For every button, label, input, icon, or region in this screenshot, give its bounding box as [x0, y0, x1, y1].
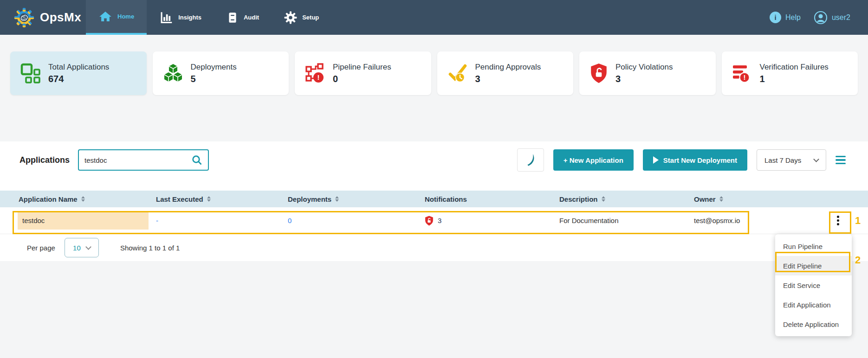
deployments-link[interactable]: 0 — [288, 217, 291, 224]
topbar-right: i Help user2 — [770, 0, 868, 35]
top-navigation-bar: OpsMx Home Insights — [0, 0, 868, 35]
per-page-value: 10 — [73, 244, 81, 252]
nav-tab-label: Setup — [302, 14, 319, 21]
sort-icon — [719, 196, 723, 202]
cell-actions — [787, 213, 868, 228]
menu-item-edit-service[interactable]: Edit Service — [775, 275, 852, 295]
brand-name: OpsMx — [40, 10, 81, 25]
card-label: Total Applications — [48, 63, 109, 72]
column-header-description[interactable]: Description — [543, 195, 678, 203]
opsmx-logo-icon — [14, 7, 34, 28]
toolbar-actions: + New Application Start New Deployment L… — [517, 148, 851, 172]
chevron-down-icon — [85, 244, 91, 250]
card-pipeline-failures[interactable]: ! Pipeline Failures 0 — [295, 51, 431, 95]
info-icon: i — [770, 12, 781, 23]
per-page-label: Per page — [27, 244, 55, 252]
help-label: Help — [785, 13, 801, 22]
row-actions-kebab-icon[interactable] — [833, 213, 843, 228]
cell-application-name: testdoc — [0, 211, 153, 230]
card-value: 3 — [615, 74, 673, 84]
card-label: Deployments — [191, 63, 237, 72]
sort-icon — [335, 196, 339, 202]
play-icon — [653, 156, 659, 164]
svg-text:!: ! — [317, 73, 320, 81]
menu-item-delete-application[interactable]: Delete Application — [775, 314, 852, 334]
start-deployment-label: Start New Deployment — [663, 156, 737, 164]
column-header-deployments[interactable]: Deployments — [272, 195, 408, 203]
card-label: Pipeline Failures — [333, 63, 391, 72]
menu-item-edit-application[interactable]: Edit Application — [775, 295, 852, 314]
sort-icon — [207, 196, 211, 202]
help-button[interactable]: i Help — [770, 12, 801, 23]
chevron-down-icon — [813, 156, 819, 162]
card-value: 674 — [48, 74, 109, 84]
menu-item-edit-pipeline[interactable]: Edit Pipeline — [775, 256, 852, 275]
nav-tab-insights[interactable]: Insights — [147, 0, 214, 35]
search-input[interactable] — [84, 156, 191, 164]
date-range-value: Last 7 Days — [764, 156, 801, 164]
search-icon[interactable] — [191, 154, 202, 166]
main-nav: Home Insights Audit — [86, 0, 331, 35]
column-header-last-executed[interactable]: Last Executed — [153, 195, 272, 203]
card-pending-approvals[interactable]: Pending Approvals 3 — [437, 51, 574, 95]
nav-tab-home[interactable]: Home — [86, 0, 147, 35]
date-range-select[interactable]: Last 7 Days — [757, 149, 826, 171]
card-value: 5 — [191, 74, 237, 84]
card-label: Verification Failures — [760, 63, 829, 72]
sort-icon — [602, 196, 605, 202]
cubes-icon — [163, 63, 183, 83]
row-context-menu: Run Pipeline Edit Pipeline Edit Service … — [775, 234, 852, 336]
pipeline-error-icon: ! — [305, 63, 325, 83]
card-value: 0 — [333, 74, 391, 84]
applications-table: Application Name Last Executed Deploymen… — [0, 191, 868, 234]
cell-deployments: 0 — [272, 217, 408, 224]
nav-tab-label: Audit — [244, 14, 259, 21]
applications-toolbar: Applications + New Application — [0, 141, 868, 171]
start-new-deployment-button[interactable]: Start New Deployment — [643, 149, 747, 171]
list-menu-icon[interactable] — [836, 156, 846, 165]
table-header-row: Application Name Last Executed Deploymen… — [0, 191, 868, 207]
card-label: Pending Approvals — [475, 63, 541, 72]
panel-title: Applications — [19, 155, 70, 165]
spinnaker-sail-icon — [524, 152, 538, 168]
card-verification-failures[interactable]: ! Verification Failures 1 — [722, 51, 858, 95]
svg-text:!: ! — [743, 73, 745, 81]
insights-icon — [159, 11, 173, 24]
per-page-select[interactable]: 10 — [65, 238, 99, 257]
notification-count: 3 — [438, 217, 441, 224]
user-avatar-icon — [814, 11, 828, 25]
user-label: user2 — [832, 13, 850, 22]
card-total-applications[interactable]: Total Applications 674 — [10, 51, 147, 95]
cell-last-executed: - — [153, 217, 272, 224]
showing-text: Showing 1 to 1 of 1 — [120, 244, 180, 252]
applications-panel: Applications + New Application — [0, 141, 868, 261]
column-header-owner[interactable]: Owner — [678, 195, 787, 203]
menu-item-run-pipeline[interactable]: Run Pipeline — [775, 237, 852, 256]
nav-tab-label: Home — [117, 13, 134, 20]
last-executed-value: - — [156, 217, 158, 224]
spinnaker-button[interactable] — [517, 148, 544, 172]
setup-gear-icon — [284, 11, 297, 24]
card-deployments[interactable]: Deployments 5 — [153, 51, 289, 95]
application-search — [78, 149, 209, 171]
pagination-bar: Per page 10 Showing 1 to 1 of 1 — [0, 234, 868, 261]
card-value: 3 — [475, 74, 541, 84]
application-name-link[interactable]: testdoc — [18, 211, 149, 230]
sort-icon — [81, 196, 85, 202]
card-policy-violations[interactable]: Policy Violations 3 — [579, 51, 716, 95]
stat-cards: Total Applications 674 Depl — [10, 51, 858, 95]
card-label: Policy Violations — [615, 63, 673, 72]
shield-unlock-icon — [589, 63, 608, 83]
brand: OpsMx — [0, 0, 86, 35]
new-application-button[interactable]: + New Application — [553, 149, 634, 171]
nav-tab-audit[interactable]: Audit — [214, 0, 272, 35]
card-value: 1 — [760, 74, 829, 84]
cell-notifications: 3 — [408, 216, 543, 226]
check-clock-icon — [447, 63, 468, 83]
audit-icon — [227, 11, 239, 24]
nav-tab-setup[interactable]: Setup — [272, 0, 331, 35]
cell-description: For Documentation — [543, 217, 678, 224]
user-menu[interactable]: user2 — [814, 11, 850, 25]
column-header-application-name[interactable]: Application Name — [0, 195, 153, 203]
nav-tab-label: Insights — [178, 14, 201, 21]
